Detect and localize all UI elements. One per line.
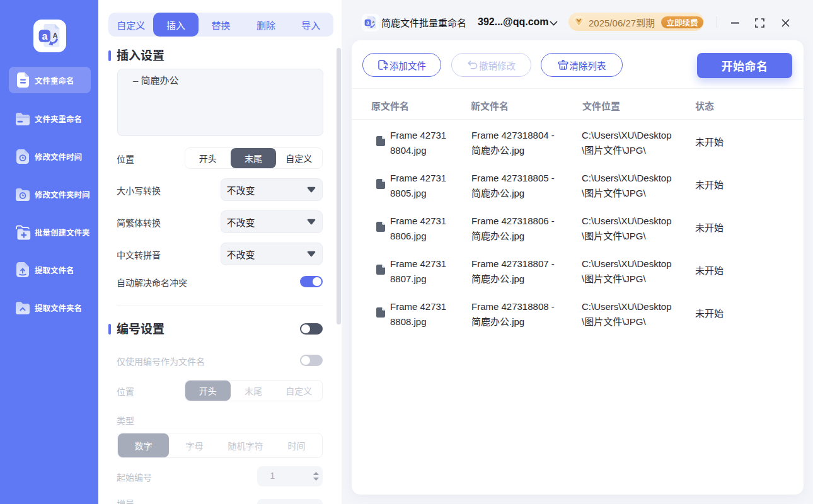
svg-text:a: a [42,31,47,42]
svg-text:a: a [366,20,369,26]
svg-text:A: A [53,32,58,39]
svg-text:A: A [372,20,375,24]
